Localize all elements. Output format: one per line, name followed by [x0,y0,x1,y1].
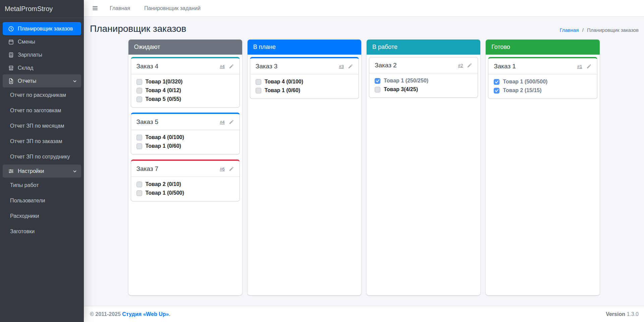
order-card-header: Заказ 3 #3 [250,58,359,74]
order-title: Заказ 1 [494,63,516,70]
sidebar-item-label: Типы работ [10,182,39,188]
topbar: Главная Панировнщик заданий [84,0,644,17]
sidebar-item-label: Зарплаты [18,52,42,58]
item-checkbox[interactable] [137,143,142,149]
brand-link[interactable]: MetalPromStroy [0,0,84,18]
sidebar-item-report-consumables[interactable]: Отчет по расходникам [3,87,81,103]
order-item-row: Товар 1 (250/250) [375,78,472,84]
sidebar: MetalPromStroy Планировщик заказов Смены… [0,0,84,322]
sidebar-nav: Планировщик заказов Смены Зарплаты Склад [0,18,84,243]
breadcrumb-home-link[interactable]: Главная [559,27,579,33]
column-header: Готово [486,40,599,55]
item-label: Товар 1 (0/500) [146,190,184,196]
order-items: Товар 4 (0/100) Товар 1 (0/60) [131,130,239,154]
kanban-column-planned: В плане Заказ 3 #3 [248,40,361,295]
order-tools: #4 [220,64,234,69]
item-checkbox[interactable] [494,88,499,93]
sidebar-item-label: Отчет по заготовкам [10,108,61,114]
edit-pencil-icon[interactable] [229,119,234,125]
item-checkbox[interactable] [256,88,261,93]
order-item-row: Товар 1 (0/500) [137,190,234,196]
item-checkbox[interactable] [256,79,261,85]
order-tools: #1 [577,64,591,69]
hamburger-icon[interactable] [89,3,101,13]
edit-pencil-icon[interactable] [467,63,472,68]
edit-pencil-icon[interactable] [229,166,234,172]
sidebar-item-users[interactable]: Пользователи [3,193,81,208]
edit-pencil-icon[interactable] [348,64,353,69]
order-title: Заказ 2 [375,62,397,69]
sidebar-item-shifts[interactable]: Смены [3,35,81,48]
sidebar-item-label: Заготовки [10,229,35,235]
copyright: © 2011-2025 Студия «Web Up». [90,311,170,317]
chevron-down-icon [72,79,77,83]
column-header: В работе [367,40,480,55]
order-ref-link[interactable]: #2 [458,63,463,68]
sidebar-item-reports[interactable]: Отчеты [3,74,81,87]
edit-pencil-icon[interactable] [586,64,592,69]
order-ref-link[interactable]: #6 [220,167,224,172]
order-title: Заказ 3 [256,63,278,70]
order-item-row: Товар 1(0/320) [137,79,234,85]
sidebar-item-label: Отчет ЗП по заказам [10,138,62,144]
sidebar-item-label: Отчет ЗП по сотруднику [10,154,70,160]
sidebar-item-order-planner[interactable]: Планировщик заказов [3,22,81,35]
topbar-link-home[interactable]: Главная [104,3,136,13]
item-checkbox[interactable] [375,87,380,92]
item-checkbox[interactable] [137,79,142,85]
sidebar-item-work-types[interactable]: Типы работ [3,178,81,193]
item-checkbox[interactable] [375,78,380,84]
order-title: Заказ 4 [137,63,159,70]
order-card-header: Заказ 4 #4 [131,58,239,74]
topbar-link-task-planner[interactable]: Панировнщик заданий [139,3,206,13]
item-checkbox[interactable] [137,190,142,196]
order-item-row: Товар 5 (0/55) [137,96,234,102]
sidebar-item-consumables[interactable]: Расходники [3,208,81,224]
order-item-row: Товар 1 (0/60) [137,143,234,149]
sidebar-item-salaries[interactable]: Зарплаты [3,48,81,61]
item-checkbox[interactable] [137,96,142,102]
item-label: Товар 4 (0/12) [146,87,181,93]
order-card-header: Заказ 7 #6 [131,161,239,177]
file-excel-icon [7,78,15,84]
page-title: Планировщик заказов [90,23,186,34]
order-ref-link[interactable]: #1 [577,64,582,69]
sidebar-item-label: Смены [18,39,35,45]
order-ref-link[interactable]: #4 [220,64,224,69]
kanban-column-waiting: Ожидают Заказ 4 #4 [128,40,242,295]
order-items: Товар 1 (250/250) Товар 3(4/25) [369,73,478,98]
item-checkbox[interactable] [137,182,142,187]
sidebar-item-blanks[interactable]: Заготовки [3,224,81,239]
item-checkbox[interactable] [137,88,142,93]
sidebar-item-label: Отчеты [18,78,36,84]
sidebar-item-settings[interactable]: Настройки [3,165,81,178]
order-card: Заказ 3 #3 Товар 4 (0/100) [250,57,359,99]
sliders-icon [7,168,15,174]
edit-pencil-icon[interactable] [229,64,234,69]
sidebar-item-report-salary-employee[interactable]: Отчет ЗП по сотруднику [3,149,81,165]
sidebar-item-report-blanks[interactable]: Отчет по заготовкам [3,103,81,118]
order-items: Товар 1 (500/500) Товар 2 (15/15) [488,74,597,99]
sidebar-item-label: Склад [18,65,33,71]
item-checkbox[interactable] [494,79,499,85]
copyright-text: © 2011-2025 [90,311,122,317]
chevron-down-icon [72,169,77,174]
studio-link[interactable]: Студия «Web Up» [122,311,169,317]
order-tools: #3 [339,64,353,69]
item-checkbox[interactable] [137,135,142,140]
order-ref-link[interactable]: #3 [339,64,344,69]
item-label: Товар 1 (0/60) [265,87,300,93]
order-item-row: Товар 4 (0/12) [137,87,234,93]
order-tools: #4 [220,119,234,125]
sidebar-item-label: Пользователи [10,198,45,204]
breadcrumb: Главная / Планировщик заказов [559,27,639,34]
content-header: Планировщик заказов Главная / Планировщи… [84,17,644,38]
sidebar-item-warehouse[interactable]: Склад [3,61,81,74]
sidebar-item-report-salary-orders[interactable]: Отчет ЗП по заказам [3,134,81,149]
kanban-column-done: Готово Заказ 1 #1 [486,40,599,295]
order-card: Заказ 7 #6 Товар 2 (0/10) [131,159,240,201]
order-ref-link[interactable]: #4 [220,120,224,125]
sidebar-item-report-salary-months[interactable]: Отчет ЗП по месяцам [3,118,81,134]
footer: © 2011-2025 Студия «Web Up». Version 1.3… [84,306,644,322]
calculator-icon [7,52,15,58]
